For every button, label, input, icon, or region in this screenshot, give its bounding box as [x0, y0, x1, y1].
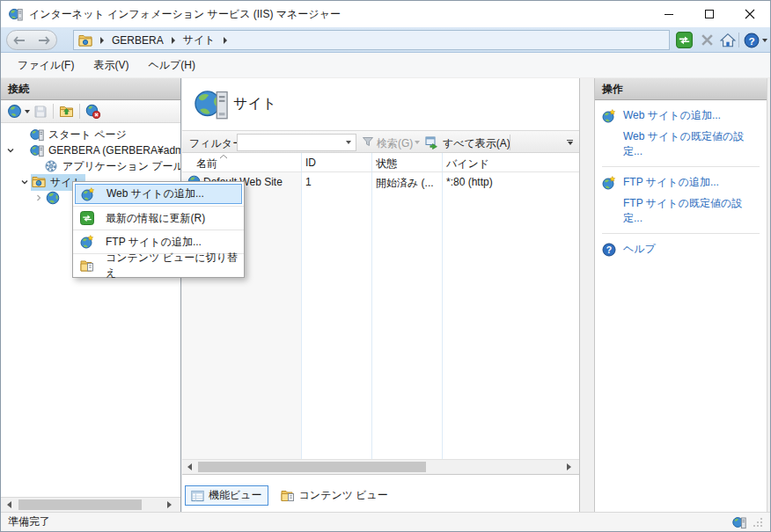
status-text: 準備完了	[8, 514, 50, 529]
action-set-ftp-defaults[interactable]: FTP サイトの既定値の設定...	[602, 196, 760, 226]
refresh-button[interactable]	[675, 31, 694, 49]
help-icon: ?	[602, 243, 616, 257]
stop-button[interactable]	[698, 31, 716, 49]
action-help[interactable]: ? ヘルプ	[602, 242, 760, 257]
action-link-label: FTP サイトの既定値の設定...	[623, 196, 760, 226]
chevron-down-icon[interactable]	[4, 146, 17, 155]
content-view-folder-icon	[80, 259, 94, 273]
resize-grip[interactable]	[753, 517, 763, 528]
iis-status-icon	[732, 515, 746, 529]
start-page-icon	[30, 128, 44, 142]
close-button[interactable]	[730, 1, 770, 27]
breadcrumb-arrow-icon	[224, 37, 227, 44]
create-connection-button[interactable]	[5, 102, 32, 120]
context-menu-switch-content-view[interactable]: コンテンツ ビューに切り替え	[73, 253, 244, 277]
action-set-website-defaults[interactable]: Web サイトの既定値の設定...	[602, 129, 760, 159]
actions-separator	[602, 166, 760, 167]
scrollbar-thumb[interactable]	[198, 462, 426, 472]
action-link-label: Web サイトの既定値の設定...	[623, 129, 760, 159]
breadcrumb-bar[interactable]: GERBERA サイト	[73, 30, 670, 50]
cell-site-binding: *:80 (http)	[446, 176, 493, 188]
context-menu-item-label: FTP サイトの追加...	[106, 235, 202, 250]
menu-view[interactable]: 表示(V)	[84, 54, 138, 77]
column-header-id[interactable]: ID	[305, 157, 316, 169]
action-add-ftp-site[interactable]: FTP サイトの追加...	[602, 175, 760, 190]
tree-item-label: アプリケーション プール	[62, 159, 180, 174]
context-menu-item-label: コンテンツ ビューに切り替え	[106, 251, 244, 281]
action-link-label: FTP サイトの追加...	[623, 175, 719, 190]
globe-add-star-icon	[602, 176, 616, 190]
show-all-icon	[425, 135, 439, 149]
cell-site-id: 1	[305, 176, 312, 188]
list-horizontal-scrollbar[interactable]	[182, 459, 579, 474]
action-link-label: Web サイトの追加...	[623, 108, 721, 123]
tab-content-view[interactable]: コンテンツ ビュー	[275, 485, 394, 506]
connections-horizontal-scrollbar[interactable]	[1, 497, 180, 512]
column-header-name[interactable]: 名前	[196, 157, 217, 171]
toolbar-separator	[53, 104, 54, 119]
scrollbar-thumb[interactable]	[18, 499, 142, 510]
delete-connection-button[interactable]	[84, 102, 102, 120]
forward-button[interactable]	[32, 31, 56, 49]
column-header-binding[interactable]: バインド	[446, 157, 489, 171]
tab-label: コンテンツ ビュー	[299, 488, 388, 503]
address-toolbar: GERBERA サイト ?	[1, 27, 770, 53]
create-connection-caret-icon	[25, 110, 30, 113]
group-by-dropdown-button[interactable]	[563, 135, 576, 150]
menu-file[interactable]: ファイル(F)	[8, 54, 84, 77]
tab-features-view[interactable]: 機能ビュー	[185, 485, 268, 506]
iis-manager-window: インターネット インフォメーション サービス (IIS) マネージャー	[0, 0, 771, 532]
chevron-right-icon[interactable]	[33, 193, 45, 202]
help-dropdown-button[interactable]	[760, 31, 770, 49]
column-gridline	[442, 153, 443, 459]
filter-bar-separator	[510, 135, 510, 150]
breadcrumb-item-server[interactable]: GERBERA	[112, 34, 164, 47]
svg-text:?: ?	[748, 34, 754, 47]
filter-combobox[interactable]	[237, 134, 356, 151]
minimize-button[interactable]	[649, 1, 689, 27]
toolbar-separator	[79, 104, 80, 119]
save-connections-button[interactable]	[32, 103, 49, 120]
home-button[interactable]	[718, 31, 737, 49]
toolbar-separator	[738, 33, 739, 47]
context-menu-add-ftp-site[interactable]: FTP サイトの追加...	[73, 230, 244, 253]
show-all-button[interactable]: すべて表示(A)	[443, 136, 510, 151]
feature-header: サイト	[182, 78, 579, 130]
context-menu-item-label: 最新の情報に更新(R)	[106, 211, 205, 226]
breadcrumb-item-sites[interactable]: サイト	[183, 33, 216, 47]
tree-item-label: GERBERA (GERBERA¥adminku	[48, 144, 180, 157]
context-menu-refresh[interactable]: 最新の情報に更新(R)	[73, 206, 244, 230]
refresh-icon	[80, 211, 94, 225]
back-button[interactable]	[7, 31, 32, 49]
svg-text:?: ?	[606, 244, 612, 255]
action-add-website[interactable]: Web サイトの追加...	[602, 108, 760, 123]
tree-item-server-gerbera[interactable]: GERBERA (GERBERA¥adminku	[1, 142, 180, 158]
titlebar: インターネット インフォメーション サービス (IIS) マネージャー	[1, 1, 770, 27]
scroll-left-arrow-icon[interactable]	[7, 501, 11, 508]
list-header-row: 名前 ID 状態 バインド	[182, 153, 579, 172]
maximize-button[interactable]	[689, 1, 730, 27]
connections-toolbar	[1, 100, 180, 123]
globe-add-star-icon	[81, 187, 95, 201]
statusbar: 準備完了	[1, 512, 770, 531]
help-button[interactable]: ?	[742, 31, 760, 49]
scroll-right-arrow-icon[interactable]	[167, 501, 172, 508]
menu-help[interactable]: ヘルプ(H)	[138, 54, 205, 77]
actions-separator	[602, 233, 760, 234]
scroll-left-arrow-icon[interactable]	[187, 463, 192, 470]
feature-panel: サイト フィルター: 検索(G) すべて表示(A)	[182, 78, 580, 512]
context-menu-add-website[interactable]: Web サイトの追加...	[75, 184, 242, 204]
search-button[interactable]: 検索(G)	[377, 136, 413, 151]
features-view-table-icon	[191, 490, 204, 502]
chevron-down-icon[interactable]	[18, 178, 31, 186]
window-controls	[649, 1, 770, 27]
column-header-state[interactable]: 状態	[376, 157, 397, 171]
scroll-right-arrow-icon[interactable]	[567, 463, 571, 470]
connections-panel: 接続	[1, 78, 181, 512]
tree-item-start-page[interactable]: スタート ページ	[1, 127, 180, 142]
breadcrumb-arrow-icon	[172, 37, 175, 44]
action-link-label: ヘルプ	[623, 242, 656, 257]
up-level-button[interactable]	[57, 103, 76, 120]
tree-item-application-pools[interactable]: アプリケーション プール	[1, 158, 180, 174]
tab-label: 機能ビュー	[209, 488, 262, 503]
